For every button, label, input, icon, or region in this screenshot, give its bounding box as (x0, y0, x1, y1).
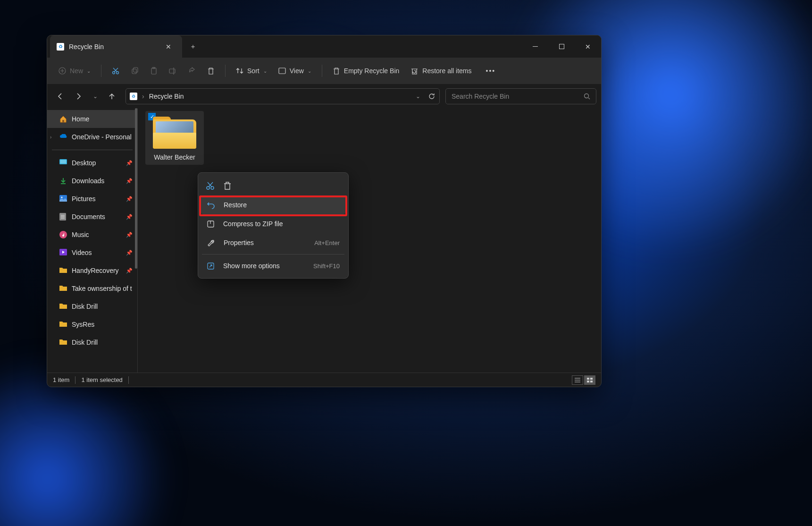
sidebar-item-disk-drill[interactable]: Disk Drill (47, 297, 137, 315)
chevron-down-icon: ⌄ (87, 68, 91, 74)
sidebar-item-documents[interactable]: Documents 📌 (47, 208, 137, 226)
new-button[interactable]: New ⌄ (54, 62, 95, 79)
sidebar-item-handyrecovery[interactable]: HandyRecovery 📌 (47, 262, 137, 280)
more-button[interactable]: ••• (481, 62, 501, 79)
folder-icon (59, 267, 67, 274)
sidebar-scrollbar[interactable] (135, 108, 137, 269)
sidebar-item-music[interactable]: Music 📌 (47, 226, 137, 244)
paste-button[interactable] (145, 62, 162, 79)
up-button[interactable] (104, 88, 120, 104)
share-button[interactable] (184, 62, 201, 79)
address-bar[interactable]: ♻ › Recycle Bin ⌄ (126, 88, 440, 104)
content-pane[interactable]: ✓ Walter Becker Restore (138, 108, 601, 373)
context-menu-restore[interactable]: Restore (201, 195, 345, 214)
delete-button[interactable] (202, 62, 219, 79)
scissors-icon[interactable] (206, 181, 215, 190)
chevron-down-icon[interactable]: ⌄ (416, 93, 420, 100)
svg-rect-40 (590, 378, 593, 380)
view-button[interactable]: View ⌄ (274, 62, 316, 79)
sidebar-label: Documents (72, 213, 105, 221)
refresh-icon[interactable] (428, 93, 435, 100)
chevron-right-icon: › (50, 135, 51, 140)
sidebar-label: SysRes (72, 321, 94, 328)
sidebar-item-take-ownership[interactable]: Take ownsership of t (47, 280, 137, 297)
sort-button[interactable]: Sort ⌄ (231, 62, 272, 79)
icons-view-button[interactable] (584, 375, 595, 385)
search-input[interactable] (452, 93, 584, 100)
close-window-button[interactable]: ✕ (575, 35, 601, 58)
scissors-icon (112, 67, 120, 75)
new-tab-button[interactable]: ＋ (182, 35, 204, 58)
svg-rect-18 (62, 120, 64, 122)
file-explorer-window: ♻ Recycle Bin ✕ ＋ ✕ New ⌄ (47, 35, 602, 387)
minimize-button[interactable] (522, 35, 548, 58)
rename-button[interactable] (164, 62, 182, 79)
new-label: New (70, 67, 83, 75)
sidebar-item-sysres[interactable]: SysRes (47, 315, 137, 333)
expand-icon (207, 262, 215, 270)
sidebar-item-disk-drill-2[interactable]: Disk Drill (47, 333, 137, 351)
restore-all-items-button[interactable]: Restore all items (406, 62, 476, 79)
trash-icon (207, 67, 215, 75)
empty-recycle-bin-button[interactable]: Empty Recycle Bin (328, 62, 404, 79)
back-button[interactable] (52, 88, 68, 104)
folder-icon (59, 321, 67, 328)
folder-icon (153, 115, 196, 149)
cloud-icon (59, 133, 67, 141)
svg-line-17 (588, 98, 590, 99)
folder-icon (59, 303, 67, 310)
recent-button[interactable]: ⌄ (90, 88, 101, 104)
sidebar-label: Home (72, 115, 89, 123)
status-bar: 1 item 1 item selected (47, 373, 601, 387)
cut-button[interactable] (107, 62, 125, 79)
empty-label: Empty Recycle Bin (344, 67, 399, 75)
chevron-down-icon: ⌄ (93, 93, 98, 100)
svg-point-6 (117, 71, 119, 74)
search-box[interactable] (445, 88, 596, 104)
sidebar-item-pictures[interactable]: Pictures 📌 (47, 190, 137, 208)
trash-icon[interactable] (223, 181, 232, 190)
context-menu-compress[interactable]: Compress to ZIP file (201, 214, 345, 233)
restore-all-label: Restore all items (422, 67, 471, 75)
close-tab-button[interactable]: ✕ (161, 43, 176, 51)
ellipsis-icon: ••• (486, 67, 496, 75)
svg-rect-1 (559, 44, 564, 49)
navigation-sidebar: Home › OneDrive - Personal Desktop 📌 Dow… (47, 108, 138, 373)
wrench-icon (207, 238, 215, 247)
context-menu-show-more[interactable]: Show more options Shift+F10 (201, 256, 345, 275)
breadcrumb-path[interactable]: Recycle Bin (149, 93, 411, 100)
home-icon (59, 115, 67, 123)
titlebar: ♻ Recycle Bin ✕ ＋ ✕ (47, 35, 601, 58)
svg-rect-42 (590, 381, 593, 382)
restore-icon (410, 67, 419, 75)
file-name-label: Walter Becker (154, 153, 195, 161)
plus-circle-icon (59, 67, 66, 75)
documents-icon (59, 213, 67, 221)
sidebar-label: Downloads (72, 177, 104, 185)
sidebar-item-onedrive[interactable]: › OneDrive - Personal (47, 128, 137, 146)
navigation-bar: ⌄ ♻ › Recycle Bin ⌄ (47, 85, 601, 108)
desktop-icon (59, 159, 67, 167)
sidebar-item-downloads[interactable]: Downloads 📌 (47, 172, 137, 190)
sidebar-item-videos[interactable]: Videos 📌 (47, 244, 137, 262)
pin-icon: 📌 (126, 268, 133, 274)
maximize-button[interactable] (548, 35, 575, 58)
tab-recycle-bin[interactable]: ♻ Recycle Bin ✕ (50, 35, 182, 58)
context-menu-properties[interactable]: Properties Alt+Enter (201, 233, 345, 252)
trash-icon (333, 67, 340, 75)
sidebar-label: Videos (72, 249, 92, 256)
sidebar-item-home[interactable]: Home (47, 110, 137, 128)
menu-label: Show more options (223, 262, 280, 270)
copy-button[interactable] (126, 62, 143, 79)
file-item-walter-becker[interactable]: ✓ Walter Becker (145, 111, 204, 165)
pin-icon: 📌 (126, 160, 133, 166)
forward-button[interactable] (71, 88, 87, 104)
svg-point-22 (61, 197, 63, 198)
view-icon (278, 68, 286, 74)
chevron-down-icon: ⌄ (263, 68, 267, 74)
details-view-button[interactable] (572, 375, 583, 385)
sidebar-item-desktop[interactable]: Desktop 📌 (47, 154, 137, 172)
context-menu: Restore Compress to ZIP file Properties … (198, 172, 349, 279)
chevron-down-icon: ⌄ (308, 68, 311, 74)
menu-shortcut: Alt+Enter (314, 239, 340, 246)
